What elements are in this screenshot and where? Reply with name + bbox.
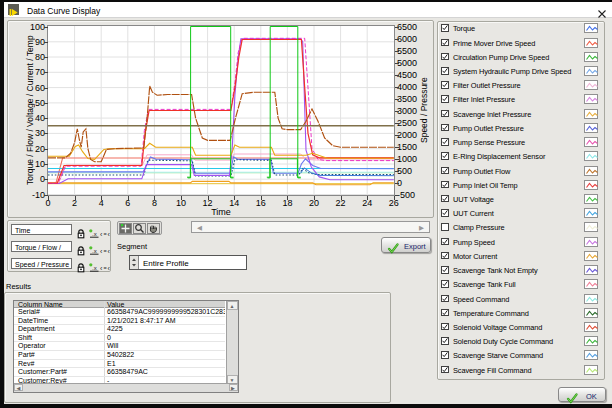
svg-text:.x: .x <box>92 265 97 271</box>
svg-text:=: = <box>104 265 107 271</box>
svg-text:=: = <box>104 248 107 254</box>
svg-text:.x: .x <box>92 231 97 237</box>
svg-text:‹: ‹ <box>108 231 111 238</box>
svg-text:=: = <box>104 231 107 237</box>
svg-text:‹: ‹ <box>108 265 111 272</box>
svg-text:‹: ‹ <box>108 248 111 255</box>
svg-text:.x: .x <box>92 248 97 254</box>
